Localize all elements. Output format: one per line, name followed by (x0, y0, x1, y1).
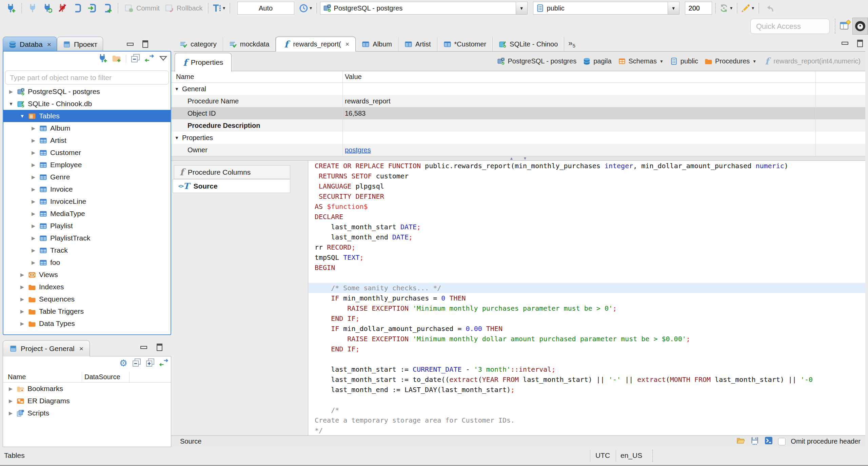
expander-icon[interactable]: ▶ (31, 235, 36, 241)
tree-item-sqlite-chinook-db[interactable]: ▼SQLite - Chinook.db (3, 98, 171, 110)
tree-item-sequences[interactable]: ▶Sequences (3, 293, 171, 305)
connect-button[interactable] (25, 1, 40, 15)
source-code-editor[interactable]: CREATE OR REPLACE FUNCTION public.reward… (309, 161, 865, 435)
dropdown-arrow-icon[interactable]: ▼ (752, 59, 756, 64)
tree-item-table-triggers[interactable]: ▶Table Triggers (3, 305, 171, 317)
breadcrumb-item-pagila[interactable]: pagila (583, 57, 611, 65)
expander-icon[interactable]: ▶ (31, 199, 36, 204)
project-item-er-diagrams[interactable]: ▶ER Diagrams (3, 395, 171, 407)
new-connection-button[interactable] (3, 1, 18, 15)
expander-icon[interactable]: ▶ (19, 284, 25, 290)
open-sql-script-button[interactable] (85, 1, 100, 15)
collapse-all-button[interactable] (131, 54, 140, 64)
tree-item-indexes[interactable]: ▶Indexes (3, 281, 171, 293)
property-row-procedure-name[interactable]: Procedure Namerewards_report (171, 95, 865, 107)
expander-icon[interactable]: ▶ (31, 125, 36, 131)
dbeaver-perspective-button[interactable] (852, 18, 868, 35)
expander-icon[interactable]: ▶ (31, 248, 36, 253)
commit-mode-select[interactable]: Auto (237, 2, 294, 15)
breadcrumb-item-public[interactable]: public (670, 57, 698, 65)
fetch-size-input[interactable] (685, 2, 712, 15)
schema-combo-arrow[interactable]: ▼ (668, 2, 679, 14)
expander-icon[interactable]: ▶ (8, 398, 14, 404)
transaction-log-button[interactable]: ▼ (298, 1, 313, 15)
tab-overflow-button[interactable]: »5 (564, 40, 579, 48)
back-button[interactable] (762, 1, 777, 15)
expander-icon[interactable]: ▶ (19, 272, 25, 277)
breadcrumb-item-postgresql-postgres[interactable]: PostgreSQL - postgres (497, 57, 576, 65)
tree-item-artist[interactable]: ▶Artist (3, 134, 171, 147)
tab-properties[interactable]: f Properties (175, 53, 232, 72)
tree-item-genre[interactable]: ▶Genre (3, 171, 171, 183)
splitter-sash[interactable]: ▲ ▼ (171, 156, 865, 161)
expander-icon[interactable]: ▶ (31, 187, 36, 192)
close-icon[interactable]: × (79, 345, 83, 352)
tab-source[interactable]: <>T Source (173, 179, 290, 193)
minimize-button[interactable] (840, 39, 850, 48)
status-locale[interactable]: en_US (620, 451, 642, 460)
expander-icon[interactable]: ▶ (8, 89, 14, 94)
project-item-bookmarks[interactable]: ▶Bookmarks (3, 383, 171, 395)
link-with-editor-button[interactable] (145, 54, 154, 64)
property-row-properties[interactable]: ▼Properties (171, 132, 865, 144)
expander-icon[interactable]: ▶ (8, 386, 14, 391)
reconnect-button[interactable] (40, 1, 55, 15)
expander-icon[interactable]: ▶ (31, 162, 36, 168)
save-to-file-button[interactable] (750, 436, 759, 447)
expander-icon[interactable]: ▶ (31, 138, 36, 143)
tab-project[interactable]: Проект (57, 37, 103, 52)
property-row-object-id[interactable]: Object ID16,583 (171, 107, 865, 119)
tree-item-playlisttrack[interactable]: ▶PlaylistTrack (3, 232, 171, 244)
tree-item-views[interactable]: ▶Views (3, 269, 171, 281)
transaction-mode-button[interactable]: ▼ (212, 1, 226, 15)
tree-item-tables[interactable]: ▼Tables (3, 110, 171, 122)
expander-icon[interactable]: ▶ (31, 211, 36, 216)
editor-tab-mockdata[interactable]: mockdata (223, 37, 276, 51)
quick-access-input[interactable] (750, 19, 830, 34)
view-menu-button[interactable] (159, 54, 168, 64)
editor-tab-album[interactable]: Album (356, 37, 398, 51)
new-connection-button[interactable] (98, 54, 107, 64)
property-row-owner[interactable]: Ownerpostgres (171, 144, 865, 156)
expander-icon[interactable]: ▼ (8, 101, 14, 106)
tree-item-playlist[interactable]: ▶Playlist (3, 220, 171, 232)
editor-tab-category[interactable]: category (174, 37, 223, 51)
editor-tab-rewards-report[interactable]: frewards_report(× (276, 37, 356, 52)
column-divider[interactable] (129, 371, 130, 382)
object-filter-input[interactable] (5, 71, 169, 84)
editor-tab-customer[interactable]: *Customer (437, 37, 493, 51)
omit-header-checkbox[interactable] (778, 438, 786, 445)
expander-icon[interactable]: ▶ (19, 321, 25, 326)
new-sql-editor-button[interactable] (100, 1, 115, 15)
schema-combo[interactable]: public ▼ (533, 2, 679, 15)
column-divider[interactable] (342, 71, 343, 156)
settings-button[interactable]: ⚙ (119, 359, 127, 368)
tab-procedure-columns[interactable]: f Procedure Columns (174, 165, 290, 179)
connection-combo-arrow[interactable]: ▼ (516, 2, 527, 14)
tree-item-invoice[interactable]: ▶Invoice (3, 183, 171, 195)
tree-item-album[interactable]: ▶Album (3, 122, 171, 134)
property-row-general[interactable]: ▼General (171, 83, 865, 95)
breadcrumb-item-rewards-report-int4-numeric[interactable]: frewards_report(int4,numeric) (763, 57, 861, 65)
expander-icon[interactable]: ▼ (19, 113, 25, 119)
tree-item-employee[interactable]: ▶Employee (3, 159, 171, 171)
maximize-button[interactable] (854, 39, 865, 48)
expander-icon[interactable]: ▶ (31, 150, 36, 155)
project-item-scripts[interactable]: ▶Scripts (3, 407, 171, 419)
owner-link[interactable]: postgres (345, 146, 371, 154)
load-from-file-button[interactable] (736, 436, 745, 447)
tree-item-postgresql-postgres[interactable]: ▶PostgreSQL - postgres (3, 85, 171, 98)
tree-item-data-types[interactable]: ▶Data Types (3, 317, 171, 330)
status-timezone[interactable]: UTC (595, 451, 610, 460)
new-folder-button[interactable] (112, 54, 121, 64)
rollback-button[interactable] (162, 1, 177, 15)
open-perspective-button[interactable] (840, 20, 851, 33)
editor-tab-artist[interactable]: Artist (398, 37, 437, 51)
expander-icon[interactable]: ▶ (19, 296, 25, 302)
sash-down-icon[interactable]: ▼ (523, 156, 527, 161)
tree-item-invoiceline[interactable]: ▶InvoiceLine (3, 195, 171, 208)
tree-item-customer[interactable]: ▶Customer (3, 147, 171, 159)
tree-item-track[interactable]: ▶Track (3, 244, 171, 256)
column-divider[interactable] (815, 71, 816, 156)
breadcrumb-item-procedures[interactable]: Procedures▼ (705, 57, 756, 65)
